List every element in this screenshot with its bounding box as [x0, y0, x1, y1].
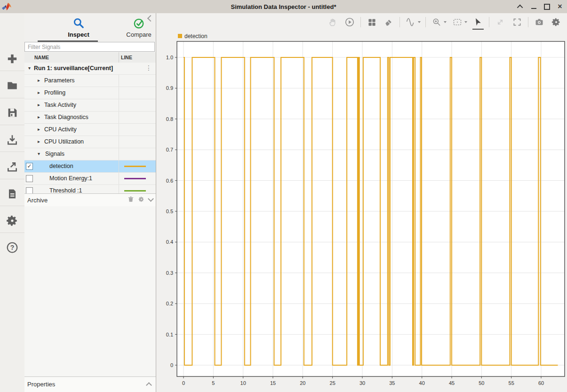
x-tick-label: 60 [538, 380, 544, 386]
add-button[interactable] [0, 46, 24, 72]
plot-background[interactable] [177, 41, 565, 376]
signal-line-swatch [124, 166, 146, 167]
tree-row-parameters[interactable]: ▸Parameters [24, 75, 156, 87]
rail-separator [0, 98, 24, 98]
window-maximize-button[interactable] [543, 3, 550, 10]
window-minimize-button[interactable] [530, 3, 537, 10]
svg-text:?: ? [10, 244, 15, 251]
tree-row-run[interactable]: ▾Run 1: surveillance[Current]⋮ [24, 63, 156, 75]
toolbar-separator [425, 17, 426, 27]
signal-wave-dropdown[interactable] [405, 16, 421, 28]
report-button[interactable] [0, 181, 24, 207]
run-options-kebab-icon[interactable]: ⋮ [145, 64, 152, 72]
plot-toolbar [156, 13, 567, 31]
open-folder-button[interactable] [0, 72, 24, 99]
help-button[interactable]: ? [0, 234, 24, 261]
signal-chart[interactable]: 05101520253035404550556000.10.20.30.40.5… [156, 31, 567, 392]
expanded-arrow-icon[interactable]: ▾ [38, 151, 40, 156]
window-title: Simulation Data Inspector - untitled* [0, 3, 567, 10]
column-divider[interactable] [119, 52, 119, 63]
pointer-icon[interactable] [472, 16, 484, 28]
pan-hand-icon[interactable] [327, 16, 339, 28]
collapsed-arrow-icon[interactable]: ▸ [38, 114, 40, 120]
properties-section-header[interactable]: Properties [24, 376, 156, 392]
signal-browser-panel: Inspect Compare NAME LINE ▾Run 1: [24, 13, 156, 392]
collapsed-arrow-icon[interactable]: ▸ [38, 127, 40, 132]
import-button[interactable] [0, 127, 24, 153]
filter-signals-input[interactable] [24, 42, 155, 52]
left-toolbar-rail: ? [0, 13, 25, 392]
help-icon: ? [6, 241, 18, 254]
signal-wave-icon[interactable] [405, 16, 417, 28]
archive-section-header[interactable]: Archive [24, 193, 156, 207]
plot-panel: 05101520253035404550556000.10.20.30.40.5… [156, 13, 567, 392]
preferences-button[interactable] [0, 208, 24, 234]
tree-row-signal-detection[interactable]: ✓detection [24, 160, 156, 173]
x-tick-label: 55 [509, 380, 514, 386]
tree-row-task-activity-label: Task Activity [44, 102, 76, 108]
simulation-data-inspector-window: Simulation Data Inspector - untitled* × … [0, 0, 567, 392]
expanded-arrow-icon[interactable]: ▾ [28, 65, 31, 71]
tree-row-cpu-activity-label: CPU Activity [44, 126, 77, 133]
toolbar-separator [489, 17, 489, 27]
subplots-grid-icon[interactable] [366, 16, 378, 28]
export-button[interactable] [0, 153, 24, 180]
y-tick-label: 0.1 [166, 332, 173, 337]
chevron-down-icon[interactable] [148, 196, 154, 202]
fit-to-view-dropdown[interactable] [451, 16, 467, 28]
chevron-up-icon[interactable] [146, 382, 152, 388]
tree-row-task-activity[interactable]: ▸Task Activity [24, 99, 156, 112]
tree-row-profiling[interactable]: ▸Profiling [24, 87, 156, 99]
collapsed-arrow-icon[interactable]: ▸ [38, 78, 40, 83]
tree-row-task-diagnostics[interactable]: ▸Task Diagnostics [24, 112, 156, 124]
legend-label[interactable]: detection [184, 33, 208, 40]
toolbar-separator [399, 17, 400, 27]
eraser-icon[interactable] [383, 16, 395, 28]
window-close-button[interactable]: × [557, 3, 563, 10]
signal-checkbox[interactable] [26, 175, 33, 182]
tree-row-task-diagnostics-label: Task Diagnostics [44, 114, 88, 120]
collapsed-arrow-icon[interactable]: ▸ [38, 139, 40, 144]
caret-down-icon [464, 21, 467, 23]
y-tick-label: 0.8 [166, 116, 173, 122]
column-header-line: LINE [121, 55, 132, 60]
x-tick-label: 25 [330, 380, 335, 386]
x-tick-label: 0 [182, 380, 185, 386]
line-column-divider [119, 124, 119, 136]
gear-icon[interactable] [138, 196, 144, 202]
collapsed-arrow-icon[interactable]: ▸ [38, 102, 40, 107]
window-collapse-button[interactable] [517, 3, 524, 10]
tree-row-signal-motion-energy-1-label: Motion Energy:1 [49, 175, 92, 182]
caret-down-icon [418, 21, 421, 23]
tree-row-signal-motion-energy-1[interactable]: Motion Energy:1 [24, 173, 156, 185]
fullscreen-icon[interactable] [511, 16, 523, 28]
signal-checkbox[interactable]: ✓ [26, 163, 33, 170]
replay-icon[interactable] [343, 16, 356, 28]
line-column-divider [119, 112, 119, 123]
open-folder-icon [6, 80, 18, 92]
x-tick-label: 5 [212, 380, 215, 386]
settings-gear-icon[interactable] [550, 16, 562, 28]
snapshot-camera-icon[interactable] [533, 16, 545, 28]
tab-inspect-label: Inspect [50, 31, 107, 38]
tab-inspect[interactable]: Inspect [50, 15, 107, 38]
fit-to-view-icon[interactable] [451, 16, 463, 28]
y-tick-label: 0.3 [166, 270, 173, 276]
save-button[interactable] [0, 100, 24, 126]
x-tick-label: 30 [359, 380, 365, 386]
y-tick-label: 0.5 [166, 208, 173, 214]
tree-row-cpu-activity[interactable]: ▸CPU Activity [24, 124, 156, 136]
y-tick-label: 0.7 [166, 147, 173, 152]
tree-row-profiling-label: Profiling [44, 89, 65, 96]
collapsed-arrow-icon[interactable]: ▸ [38, 90, 40, 95]
zoom-in-icon[interactable] [431, 16, 443, 28]
line-column-divider [119, 87, 119, 99]
trash-icon[interactable] [128, 196, 134, 203]
tree-row-cpu-utilization[interactable]: ▸CPU Utilization [24, 136, 156, 148]
column-header-name: NAME [34, 55, 49, 60]
tree-row-signals[interactable]: ▾Signals [24, 148, 156, 160]
expand-icon[interactable] [494, 16, 506, 28]
x-tick-label: 15 [270, 380, 276, 386]
signal-line-swatch [124, 190, 146, 192]
zoom-dropdown[interactable] [431, 16, 447, 28]
